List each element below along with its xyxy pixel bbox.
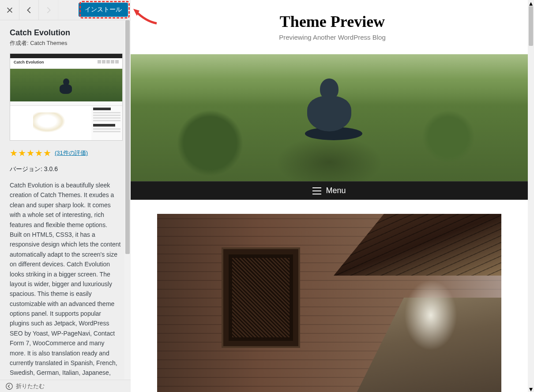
scrollbar-thumb[interactable] (125, 20, 130, 254)
content-slider[interactable] (157, 214, 501, 392)
author-prefix: 作成者: (10, 40, 30, 46)
menu-label: Menu (326, 186, 346, 195)
rating-row: ★ ★ ★ ★ ★ (31件の評価) (10, 148, 121, 158)
theme-version: バージョン: 3.0.6 (10, 165, 121, 173)
rating-count-link[interactable]: (31件の評価) (55, 149, 88, 157)
author-name: Catch Themes (30, 40, 67, 46)
star-icon: ★ (10, 148, 18, 158)
theme-preview-frame: ▴ ▾ Theme Preview Previewing Another Wor… (131, 0, 534, 392)
site-tagline: Previewing Another WordPress Blog (131, 34, 534, 41)
star-icon: ★ (18, 148, 26, 158)
scroll-down-icon[interactable]: ▾ (528, 386, 534, 392)
theme-title: Catch Evolution (10, 28, 121, 37)
scrollbar-thumb[interactable] (529, 6, 533, 46)
svg-point-0 (6, 383, 12, 389)
star-icon: ★ (35, 148, 43, 158)
star-icon: ★ (43, 148, 51, 158)
collapse-label: 折りたたむ (16, 382, 45, 390)
theme-author: 作成者: Catch Themes (10, 39, 121, 47)
hero-statue (305, 78, 353, 145)
theme-screenshot: Catch Evolution (10, 53, 123, 141)
main-menu-toggle[interactable]: Menu (131, 181, 528, 200)
site-title[interactable]: Theme Preview (131, 0, 534, 31)
sidebar-toolbar: インストール (0, 0, 131, 20)
header-image (131, 54, 528, 181)
collapse-icon (5, 382, 13, 390)
thumb-title: Catch Evolution (14, 60, 44, 64)
close-button[interactable] (0, 0, 19, 20)
sidebar-content: Catch Evolution 作成者: Catch Themes Catch … (0, 20, 131, 380)
collapse-button[interactable]: 折りたたむ (0, 380, 131, 392)
prev-button[interactable] (19, 0, 39, 20)
preview-scrollbar[interactable]: ▴ ▾ (528, 0, 534, 392)
install-button[interactable]: インストール (79, 3, 128, 17)
star-icon: ★ (26, 148, 34, 158)
next-button[interactable] (39, 0, 58, 20)
star-rating: ★ ★ ★ ★ ★ (10, 148, 51, 158)
hamburger-icon (312, 187, 321, 194)
theme-info-sidebar: インストール Catch Evolution 作成者: Catch Themes… (0, 0, 131, 392)
sidebar-scrollbar[interactable] (124, 20, 131, 380)
theme-description: Catch Evolution is a beautifully sleek c… (10, 180, 121, 380)
scroll-up-icon[interactable]: ▴ (528, 0, 534, 6)
